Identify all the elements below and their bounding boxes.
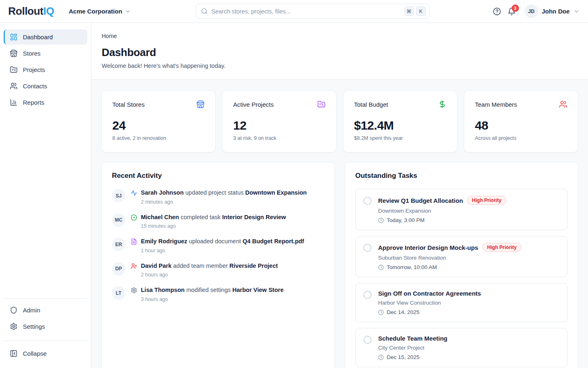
user-plus-icon [131, 263, 137, 271]
task-checkbox[interactable] [363, 291, 372, 299]
task-due: Tomorrow, 10:00 AM [378, 264, 521, 270]
stat-card-active-projects: Active Projects 12 3 at risk, 9 on track [222, 90, 336, 153]
users-icon [10, 82, 18, 90]
sidebar-item-admin[interactable]: Admin [4, 303, 87, 318]
recent-activity-title: Recent Activity [112, 172, 324, 180]
stat-value: 12 [233, 119, 325, 132]
task-title: Sign Off on Contractor Agreements [378, 290, 481, 297]
activity-time: 1 hour ago [141, 248, 304, 254]
shortcut-cmd-key: ⌘ [404, 7, 414, 16]
activity-action: updated project status [185, 189, 244, 196]
stat-value: 24 [112, 119, 205, 132]
sidebar-item-stores[interactable]: Stores [4, 46, 87, 61]
header-actions: 3 JD John Doe [490, 4, 580, 19]
top-header: RolloutIQ Acme Corporation ⌘ K 3 JD John… [0, 0, 588, 23]
global-search[interactable]: ⌘ K [196, 4, 430, 19]
activity-actor: Sarah Johnson [141, 189, 184, 196]
app-logo: RolloutIQ [8, 5, 54, 18]
activity-item[interactable]: LT Lisa Thompson modified settings Harbo… [112, 286, 324, 302]
activity-text: Lisa Thompson modified settings Harbor V… [141, 286, 283, 294]
activity-time: 2 hours ago [141, 272, 278, 278]
activity-action: modified settings [186, 287, 231, 293]
task-due-text: Dec 14, 2025 [387, 309, 419, 315]
help-button[interactable] [490, 4, 504, 19]
sidebar-item-label: Dashboard [23, 34, 53, 40]
sidebar-item-reports[interactable]: Reports [4, 95, 87, 110]
store-icon [196, 100, 205, 108]
sidebar-item-settings[interactable]: Settings [4, 319, 87, 334]
activity-action: uploaded document [189, 238, 241, 245]
activity-time: 3 hours ago [141, 296, 283, 302]
dollar-sign-icon [438, 100, 446, 108]
activity-text: David Park added team member Riverside P… [141, 262, 278, 270]
task-card[interactable]: Schedule Team Meeting City Center Projec… [355, 328, 568, 367]
folder-kanban-icon [317, 100, 325, 108]
check-circle-icon [131, 214, 137, 222]
sidebar-item-label: Settings [23, 323, 45, 330]
store-icon [10, 49, 18, 57]
activity-target: Q4 Budget Report.pdf [243, 238, 304, 245]
dashboard-grid-icon [10, 33, 18, 41]
bar-chart-icon [10, 99, 18, 106]
notifications-button[interactable]: 3 [504, 4, 519, 19]
page-subtitle: Welcome back! Here's what's happening to… [102, 63, 578, 69]
users-icon [559, 100, 567, 108]
chevron-down-icon [573, 8, 580, 15]
org-switcher[interactable]: Acme Corporation [69, 8, 131, 15]
file-text-icon [131, 238, 137, 247]
search-area: ⌘ K [168, 4, 457, 19]
sidebar-item-projects[interactable]: Projects [4, 62, 87, 77]
sidebar-item-dashboard[interactable]: Dashboard [4, 29, 87, 45]
avatar: MC [112, 213, 125, 227]
priority-badge: High Priority [482, 243, 521, 252]
activity-item[interactable]: MC Michael Chen completed task Interior … [112, 213, 324, 229]
search-input[interactable] [212, 8, 402, 15]
sidebar-collapse-button[interactable]: Collapse [4, 346, 87, 361]
gear-icon [131, 287, 137, 295]
search-icon [201, 8, 208, 15]
stats-grid: Total Stores 24 8 active, 2 in renovatio… [101, 90, 578, 153]
task-checkbox[interactable] [363, 336, 372, 344]
breadcrumb[interactable]: Home [102, 33, 578, 39]
task-title: Schedule Team Meeting [378, 335, 448, 342]
main-content: Home Dashboard Welcome back! Here's what… [91, 23, 588, 368]
clock-icon [378, 310, 384, 315]
avatar: LT [112, 286, 125, 300]
stat-subtext: Across all projects [475, 135, 567, 141]
task-title: Review Q1 Budget Allocation [378, 197, 463, 204]
user-menu[interactable]: JD John Doe [525, 4, 580, 18]
stat-subtext: 8 active, 2 in renovation [112, 135, 205, 141]
stat-label: Total Budget [354, 101, 388, 108]
outstanding-tasks-panel: Outstanding Tasks Review Q1 Budget Alloc… [345, 162, 578, 368]
sidebar-item-label: Reports [23, 99, 45, 106]
task-due: Today, 3:00 PM [378, 217, 506, 223]
sidebar-item-label: Projects [23, 66, 45, 73]
task-card[interactable]: Sign Off on Contractor Agreements Harbor… [355, 283, 568, 322]
org-name: Acme Corporation [69, 8, 122, 15]
activity-item[interactable]: SJ Sarah Johnson updated project status … [112, 189, 324, 205]
activity-item[interactable]: ER Emily Rodriguez uploaded document Q4 … [112, 238, 324, 254]
activity-item[interactable]: DP David Park added team member Riversid… [112, 262, 324, 278]
shortcut-k-key: K [416, 7, 426, 16]
activity-text: Emily Rodriguez uploaded document Q4 Bud… [141, 238, 304, 246]
task-checkbox[interactable] [363, 244, 372, 252]
activity-actor: David Park [141, 263, 172, 269]
task-card[interactable]: Review Q1 Budget Allocation High Priorit… [355, 189, 568, 230]
sidebar-item-label: Admin [23, 307, 40, 314]
activity-target: Riverside Project [229, 263, 278, 269]
sidebar-item-contacts[interactable]: Contacts [4, 79, 87, 94]
task-due: Dec 14, 2025 [378, 309, 481, 315]
activity-target: Harbor View Store [232, 287, 283, 293]
task-card[interactable]: Approve Interior Design Mock-ups High Pr… [355, 236, 568, 277]
stat-card-team-members: Team Members 48 Across all projects [464, 90, 578, 153]
activity-action: completed task [181, 214, 221, 220]
activity-actor: Michael Chen [141, 214, 179, 220]
task-checkbox[interactable] [363, 197, 372, 205]
activity-actor: Emily Rodriguez [141, 238, 187, 245]
avatar: DP [112, 262, 125, 276]
activity-time: 15 minutes ago [141, 223, 286, 229]
activity-time: 2 minutes ago [141, 199, 307, 205]
avatar: ER [112, 238, 125, 251]
sidebar-spacer [4, 111, 87, 295]
shield-icon [10, 306, 18, 314]
